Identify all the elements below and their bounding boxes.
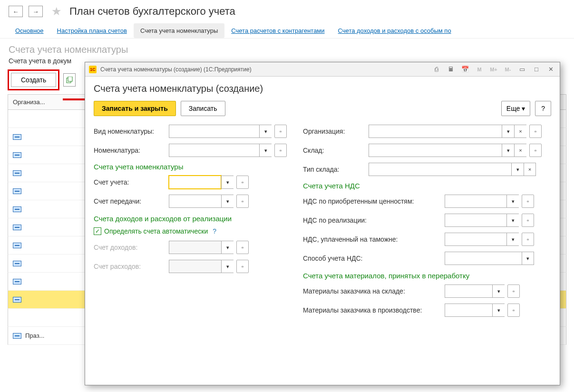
vat-method-input[interactable] [445, 252, 522, 265]
open-icon[interactable]: ▫ [529, 125, 542, 138]
open-icon[interactable]: ▫ [274, 125, 287, 138]
clear-icon[interactable]: × [514, 144, 526, 157]
close-button[interactable]: ✕ [545, 65, 556, 74]
record-icon [13, 152, 21, 158]
vat-purchased-field[interactable]: ▾ ▫ [445, 195, 534, 208]
tab-plan-settings[interactable]: Настройка плана счетов [50, 23, 134, 38]
record-icon [13, 243, 21, 248]
dropdown-icon[interactable]: ▾ [221, 176, 233, 189]
record-icon [13, 261, 21, 266]
memory-mminus-button[interactable]: M- [503, 65, 513, 74]
copy-button[interactable] [63, 73, 76, 87]
nav-back-button[interactable]: ← [9, 6, 23, 17]
open-icon[interactable]: ▫ [274, 144, 287, 157]
account-field[interactable]: ▾ ▫ [169, 176, 249, 189]
label-materials-stock: Материалы заказчика на складе: [303, 287, 441, 295]
label-materials-prod: Материалы заказчика в производстве: [303, 306, 441, 314]
label-expense-acct: Счет расходов: [94, 263, 165, 270]
dropdown-icon[interactable]: ▾ [506, 214, 519, 227]
create-button[interactable]: Создать [11, 73, 56, 87]
calendar-icon[interactable]: 📅 [460, 65, 470, 74]
dropdown-icon[interactable]: ▾ [506, 233, 519, 246]
write-close-button[interactable]: Записать и закрыть [94, 101, 176, 116]
kind-field[interactable]: ▾ ▫ [169, 125, 287, 138]
dropdown-icon[interactable]: ▾ [259, 125, 272, 138]
record-icon [13, 225, 21, 230]
open-icon[interactable]: ▫ [529, 144, 542, 157]
tab-counterparty-accounts[interactable]: Счета расчетов с контрагентами [224, 23, 331, 38]
dropdown-icon[interactable]: ▾ [502, 125, 514, 138]
clear-icon[interactable]: × [524, 163, 536, 176]
auto-accounts-checkbox[interactable]: ✓ [94, 227, 101, 235]
dropdown-icon[interactable]: ▾ [492, 304, 505, 317]
dropdown-icon[interactable]: ▾ [259, 144, 272, 157]
tab-nomenclature-accounts[interactable]: Счета учета номенклатуры [134, 23, 224, 38]
dropdown-icon[interactable]: ▾ [522, 252, 534, 265]
vat-method-field[interactable]: ▾ [445, 252, 534, 265]
record-icon [13, 188, 21, 194]
favorite-star-icon[interactable]: ★ [51, 5, 62, 18]
open-icon[interactable]: ▫ [522, 233, 534, 246]
clear-icon[interactable]: × [514, 125, 526, 138]
vat-purchased-input[interactable] [445, 195, 506, 208]
warehouse-input[interactable] [369, 144, 502, 157]
dropdown-icon[interactable]: ▾ [511, 163, 524, 176]
label-kind: Вид номенклатуры: [94, 127, 165, 135]
org-input[interactable] [369, 125, 502, 138]
print-icon[interactable]: ⎙ [431, 65, 442, 74]
vat-customs-field[interactable]: ▾ ▫ [445, 233, 534, 246]
vat-sales-input[interactable] [445, 214, 506, 227]
dropdown-icon[interactable]: ▾ [221, 195, 233, 208]
calculator-icon[interactable]: 🖩 [446, 65, 456, 74]
open-icon[interactable]: ▫ [522, 195, 534, 208]
transfer-input[interactable] [169, 195, 221, 208]
memory-mplus-button[interactable]: M+ [488, 65, 499, 74]
maximize-button[interactable]: □ [531, 65, 542, 74]
tab-main[interactable]: Основное [9, 23, 50, 38]
materials-prod-field[interactable]: ▾ ▫ [445, 304, 520, 317]
materials-stock-field[interactable]: ▾ ▫ [445, 284, 520, 298]
materials-prod-input[interactable] [445, 304, 492, 317]
nomen-input[interactable] [169, 144, 259, 157]
warehouse-type-input[interactable] [369, 163, 511, 176]
kind-input[interactable] [169, 125, 259, 138]
annotation-highlight: Создать [8, 69, 59, 90]
record-icon [13, 206, 21, 212]
record-icon [13, 279, 21, 284]
open-icon[interactable]: ▫ [522, 214, 534, 227]
label-vat-purchased: НДС по приобретенным ценностям: [303, 197, 441, 205]
open-icon[interactable]: ▫ [236, 176, 249, 189]
expense-acct-input [169, 260, 221, 273]
nomen-field[interactable]: ▾ ▫ [169, 144, 287, 157]
open-icon[interactable]: ▫ [507, 304, 520, 317]
help-button[interactable]: ? [535, 101, 551, 116]
open-icon[interactable]: ▫ [236, 195, 249, 208]
label-account: Счет учета: [94, 178, 165, 186]
vat-sales-field[interactable]: ▾ ▫ [445, 214, 534, 227]
label-org: Организация: [303, 127, 365, 135]
nav-forward-button[interactable]: → [29, 6, 43, 17]
label-warehouse: Склад: [303, 147, 365, 154]
minimize-button[interactable]: ▭ [517, 65, 527, 74]
auto-accounts-label: Определять счета автоматически [104, 227, 208, 235]
vat-customs-input[interactable] [445, 233, 506, 246]
open-icon[interactable]: ▫ [507, 284, 520, 298]
materials-stock-input[interactable] [445, 284, 492, 298]
section-income-title: Счета доходов и расходов от реализации [94, 215, 293, 223]
tab-income-expense[interactable]: Счета доходов и расходов с особым по [331, 23, 458, 38]
help-icon[interactable]: ? [213, 227, 216, 235]
more-button[interactable]: Еще ▾ [501, 101, 530, 116]
memory-m-button[interactable]: M [474, 65, 485, 74]
org-field[interactable]: ▾ × ▫ [369, 125, 542, 138]
dropdown-icon[interactable]: ▾ [506, 195, 519, 208]
warehouse-field[interactable]: ▾ × ▫ [369, 144, 542, 157]
write-button[interactable]: Записать [181, 101, 225, 116]
transfer-field[interactable]: ▾ ▫ [169, 195, 249, 208]
modal-titlebar[interactable]: 1C Счета учета номенклатуры (создание) (… [85, 62, 560, 77]
account-input[interactable] [169, 176, 221, 189]
label-nomen: Номенклатура: [94, 147, 165, 154]
label-vat-method: Способ учета НДС: [303, 255, 441, 262]
dropdown-icon[interactable]: ▾ [502, 144, 514, 157]
dropdown-icon[interactable]: ▾ [492, 284, 505, 298]
warehouse-type-field[interactable]: ▾ × [369, 163, 536, 176]
